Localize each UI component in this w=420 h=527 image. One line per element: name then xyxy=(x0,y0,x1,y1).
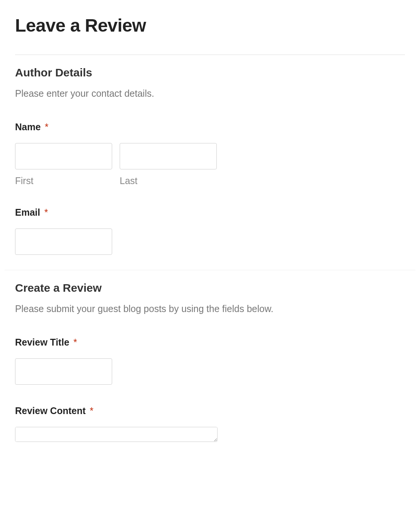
page-title: Leave a Review xyxy=(15,15,405,36)
name-label-text: Name xyxy=(15,122,41,132)
email-label: Email * xyxy=(15,207,405,218)
author-details-description: Please enter your contact details. xyxy=(15,88,405,99)
create-review-heading: Create a Review xyxy=(15,282,405,294)
required-asterisk: * xyxy=(45,122,49,132)
review-title-label-text: Review Title xyxy=(15,337,69,347)
required-asterisk: * xyxy=(73,337,77,347)
author-details-heading: Author Details xyxy=(15,66,405,79)
email-label-text: Email xyxy=(15,207,40,218)
last-name-input[interactable] xyxy=(120,143,217,169)
review-title-field-group: Review Title * xyxy=(15,337,405,385)
first-name-input[interactable] xyxy=(15,143,112,169)
author-details-section: Author Details Please enter your contact… xyxy=(15,55,405,270)
review-content-field-group: Review Content * xyxy=(15,405,405,443)
first-name-sublabel: First xyxy=(15,175,112,186)
email-field-group: Email * xyxy=(15,207,405,255)
email-input[interactable] xyxy=(15,228,112,255)
review-title-input[interactable] xyxy=(15,358,112,385)
create-review-description: Please submit your guest blog posts by u… xyxy=(15,303,405,314)
review-content-label: Review Content * xyxy=(15,405,405,416)
name-label: Name * xyxy=(15,122,405,133)
create-review-section: Create a Review Please submit your guest… xyxy=(15,270,405,458)
last-name-sublabel: Last xyxy=(120,175,217,186)
required-asterisk: * xyxy=(44,207,48,218)
required-asterisk: * xyxy=(90,405,93,416)
review-content-input[interactable] xyxy=(15,427,218,442)
review-content-label-text: Review Content xyxy=(15,405,86,416)
name-field-group: Name * First Last xyxy=(15,122,405,186)
review-title-label: Review Title * xyxy=(15,337,405,348)
